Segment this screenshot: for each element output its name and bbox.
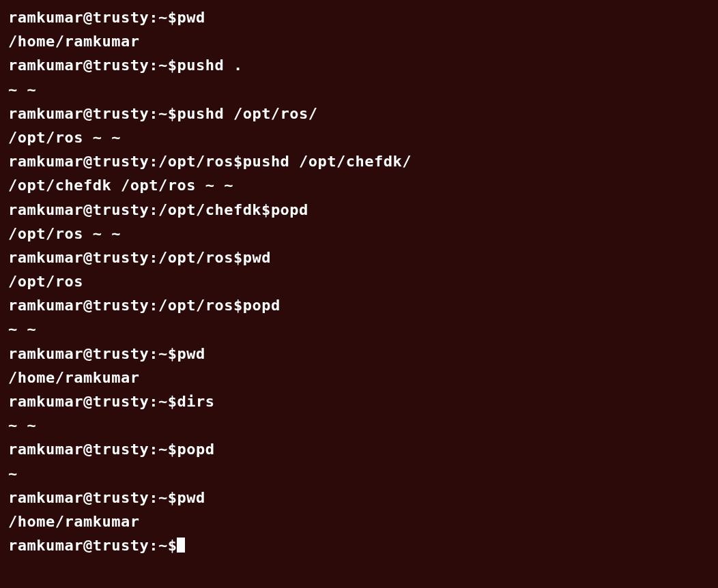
shell-prompt: ramkumar@trusty:~$ bbox=[8, 537, 177, 554]
terminal-line: ~ ~ bbox=[8, 78, 710, 102]
shell-output: /opt/ros bbox=[8, 273, 83, 290]
terminal-line: ~ bbox=[8, 462, 710, 486]
terminal-output[interactable]: ramkumar@trusty:~$pwd/home/ramkumarramku… bbox=[8, 5, 710, 557]
shell-output: /opt/chefdk /opt/ros ~ ~ bbox=[8, 177, 233, 194]
terminal-line: ramkumar@trusty:/opt/ros$pwd bbox=[8, 246, 710, 269]
shell-output: ~ bbox=[8, 465, 18, 482]
terminal-line: /home/ramkumar bbox=[8, 366, 710, 389]
terminal-line: ramkumar@trusty:~$pwd bbox=[8, 5, 710, 29]
shell-prompt: ramkumar@trusty:~$ bbox=[8, 441, 177, 458]
shell-command: popd bbox=[177, 441, 214, 458]
shell-prompt: ramkumar@trusty:~$ bbox=[8, 489, 177, 506]
shell-command: popd bbox=[243, 297, 281, 314]
terminal-line: ramkumar@trusty:/opt/ros$pushd /opt/chef… bbox=[8, 149, 710, 173]
terminal-line: ~ ~ bbox=[8, 317, 710, 341]
terminal-line: /opt/chefdk /opt/ros ~ ~ bbox=[8, 173, 710, 197]
shell-output: ~ ~ bbox=[8, 417, 36, 434]
shell-prompt: ramkumar@trusty:~$ bbox=[8, 345, 177, 362]
terminal-line: ramkumar@trusty:~$pushd . bbox=[8, 53, 710, 77]
shell-command: pushd /opt/chefdk/ bbox=[243, 153, 412, 170]
shell-prompt: ramkumar@trusty:~$ bbox=[8, 393, 177, 410]
shell-output: /home/ramkumar bbox=[8, 33, 139, 50]
shell-command: pushd /opt/ros/ bbox=[177, 105, 317, 122]
cursor-block[interactable] bbox=[177, 538, 185, 553]
shell-command: pwd bbox=[177, 345, 205, 362]
terminal-line: ~ ~ bbox=[8, 413, 710, 437]
terminal-line: ramkumar@trusty:/opt/ros$popd bbox=[8, 293, 710, 317]
terminal-line: ramkumar@trusty:~$pwd bbox=[8, 486, 710, 510]
shell-output: /home/ramkumar bbox=[8, 369, 139, 386]
shell-command: popd bbox=[271, 201, 308, 218]
shell-command: dirs bbox=[177, 393, 214, 410]
shell-output: ~ ~ bbox=[8, 321, 36, 338]
terminal-line: ramkumar@trusty:~$dirs bbox=[8, 389, 710, 413]
terminal-line: ramkumar@trusty:/opt/chefdk$popd bbox=[8, 198, 710, 222]
terminal-line: /home/ramkumar bbox=[8, 29, 710, 53]
shell-prompt: ramkumar@trusty:~$ bbox=[8, 105, 177, 122]
terminal-line: /opt/ros ~ ~ bbox=[8, 126, 710, 149]
terminal-line: ramkumar@trusty:~$pwd bbox=[8, 342, 710, 366]
shell-command: pwd bbox=[177, 9, 205, 26]
shell-prompt: ramkumar@trusty:/opt/ros$ bbox=[8, 249, 243, 266]
shell-prompt: ramkumar@trusty:~$ bbox=[8, 9, 177, 26]
terminal-line: ramkumar@trusty:~$pushd /opt/ros/ bbox=[8, 102, 710, 126]
shell-command: pwd bbox=[243, 249, 271, 266]
terminal-line: /opt/ros ~ ~ bbox=[8, 222, 710, 246]
terminal-line: ramkumar@trusty:~$popd bbox=[8, 437, 710, 461]
terminal-line: /opt/ros bbox=[8, 269, 710, 293]
shell-prompt: ramkumar@trusty:/opt/ros$ bbox=[8, 153, 243, 170]
shell-output: ~ ~ bbox=[8, 81, 36, 98]
shell-prompt: ramkumar@trusty:~$ bbox=[8, 57, 177, 74]
shell-command: pushd . bbox=[177, 57, 242, 74]
shell-output: /opt/ros ~ ~ bbox=[8, 225, 121, 242]
shell-output: /opt/ros ~ ~ bbox=[8, 129, 121, 146]
terminal-line: ramkumar@trusty:~$ bbox=[8, 533, 710, 557]
terminal-line: /home/ramkumar bbox=[8, 510, 710, 533]
shell-output: /home/ramkumar bbox=[8, 513, 139, 530]
shell-command: pwd bbox=[177, 489, 205, 506]
shell-prompt: ramkumar@trusty:/opt/ros$ bbox=[8, 297, 243, 314]
shell-prompt: ramkumar@trusty:/opt/chefdk$ bbox=[8, 201, 271, 218]
